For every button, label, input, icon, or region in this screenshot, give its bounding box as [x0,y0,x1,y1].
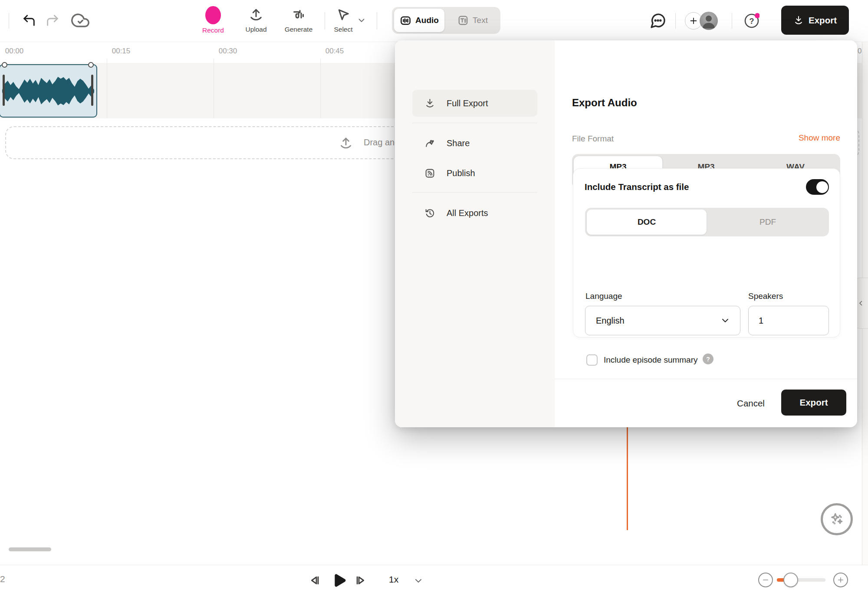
playback-speed-chevron[interactable] [413,576,424,586]
record-label: Record [202,26,224,34]
speakers-input[interactable]: 1 [748,306,829,335]
upload-icon [248,7,264,23]
horizontal-scrollbar-thumb[interactable] [9,547,51,551]
audio-bars-icon [400,15,411,26]
sidebar-item-label: All Exports [447,208,488,218]
timeline-gridline [107,59,107,118]
redo-button[interactable] [45,13,60,28]
toggle-knob [816,181,828,193]
skip-forward-button[interactable] [352,572,369,589]
sidebar-item-full-export[interactable]: Full Export [412,90,537,117]
minus-icon [762,576,769,584]
skip-back-icon [306,572,323,589]
include-transcript-label: Include Transcript as file [585,182,689,192]
transcript-card: Include Transcript as file DOC PDF Langu… [573,168,840,337]
zoom-in-button[interactable] [833,573,848,587]
clip-fade-handle-left[interactable] [2,62,7,68]
select-tool-button[interactable]: Select [329,7,358,33]
clip-trim-handle-right[interactable] [91,75,93,106]
include-transcript-toggle[interactable] [806,179,829,195]
tab-doc[interactable]: DOC [587,210,707,235]
ruler-tick-label: 00:00 [5,47,24,56]
record-button[interactable]: Record [198,6,228,34]
help-icon: ? [744,13,760,29]
dialog-export-button[interactable]: Export [781,390,846,416]
upload-label: Upload [245,26,266,33]
tab-doc-label: DOC [638,217,656,227]
chevron-down-icon [720,315,730,326]
ai-actions-button[interactable] [821,503,853,535]
sparkles-icon [828,511,845,528]
transcript-format-segmented-control: DOC PDF [585,208,829,236]
generate-label: Generate [285,26,313,33]
playback-speed-value: 1x [389,574,398,584]
tab-text-label: Text [473,16,488,25]
skip-back-button[interactable] [306,572,323,589]
svg-text:?: ? [750,17,754,26]
sidebar-item-publish[interactable]: Publish [412,160,537,187]
dialog-export-label: Export [800,397,828,408]
select-label: Select [334,26,352,33]
play-button[interactable] [328,570,348,590]
tab-audio-label: Audio [415,16,439,25]
ruler-tick-label: 00:15 [112,47,131,56]
comments-button[interactable] [649,12,667,29]
clip-fade-handle-right[interactable] [88,62,94,68]
export-dialog-sidebar: Export project Full Export Share Publish… [395,40,555,427]
chevron-down-icon [357,16,366,25]
speakers-label: Speakers [748,291,783,301]
ruler-tick-label: 00:45 [326,47,344,56]
upload-icon [339,136,353,151]
dropzone-label: Drag and [364,138,399,147]
cursor-icon [335,7,351,23]
upload-button[interactable]: Upload [241,7,271,33]
language-select[interactable]: English [585,306,740,335]
language-value: English [596,316,625,326]
sidebar-item-all-exports[interactable]: All Exports [412,200,537,226]
playback-speed-button[interactable]: 1x [389,574,398,585]
generate-icon [291,7,306,23]
play-icon [328,570,348,590]
history-icon [424,208,435,219]
plus-icon [689,16,698,26]
redo-icon [45,13,60,28]
sidebar-divider [412,192,537,193]
summary-help-icon[interactable]: ? [703,354,713,364]
waveform [2,69,94,113]
sidebar-item-label: Share [447,138,470,148]
transport-bar: 2 1x [0,565,868,596]
text-doc-icon [457,15,469,26]
zoom-out-button[interactable] [758,573,773,587]
file-format-label: File Format [572,134,614,144]
app-root: Record Upload Generate Select Audio [0,0,868,596]
zoom-slider-thumb[interactable] [783,573,798,587]
tab-audio[interactable]: Audio [394,9,444,32]
select-tool-chevron[interactable] [357,16,366,25]
export-dialog: Export project Full Export Share Publish… [395,40,857,427]
ruler-tick-label: 00:30 [219,47,237,56]
sidebar-item-label: Full Export [447,98,488,108]
toolbar-divider [675,13,676,29]
share-icon [424,138,435,149]
export-button[interactable]: Export [781,6,849,35]
cancel-button[interactable]: Cancel [731,393,770,414]
generate-button[interactable]: Generate [282,7,315,33]
avatar[interactable] [700,12,718,30]
audio-clip[interactable] [0,64,97,118]
clip-trim-handle-left[interactable] [3,75,5,106]
sidebar-item-share[interactable]: Share [412,130,537,157]
help-button[interactable]: ? [744,13,760,29]
undo-icon [22,13,36,28]
episode-summary-checkbox[interactable] [586,354,598,366]
export-audio-title: Export Audio [572,97,637,109]
undo-button[interactable] [22,13,36,28]
audio-text-toggle: Audio Text [392,7,500,34]
tab-pdf[interactable]: PDF [707,208,829,236]
tab-text[interactable]: Text [447,9,498,32]
ruler-tick-label-partial: 0 [858,47,861,56]
plus-icon [837,576,845,584]
show-more-link[interactable]: Show more [797,133,840,143]
tab-pdf-label: PDF [760,217,776,227]
toolbar-left-divider [9,13,9,29]
sync-status-button[interactable] [71,11,89,29]
